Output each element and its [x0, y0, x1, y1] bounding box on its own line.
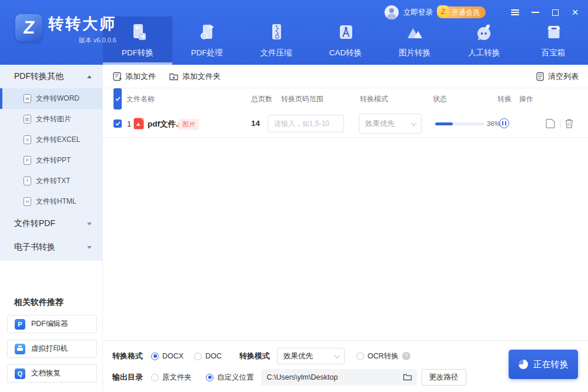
tab-label: PDF转换	[122, 48, 153, 58]
add-file-label: 添加文件	[125, 71, 156, 82]
footer-options: 转换格式 DOCX DOC 转换模式 效果优先 OCR转换	[103, 340, 588, 392]
avatar[interactable]	[385, 5, 399, 19]
output-path-field[interactable]: C:\Users\ylm\Desktop	[261, 369, 417, 386]
change-path-button[interactable]: 更改路径	[422, 369, 466, 386]
recommend-virtual-printer[interactable]: 虚拟打印机	[7, 340, 97, 358]
app-logo-icon: Z	[15, 14, 42, 41]
output-path-value: C:\Users\ylm\Desktop	[267, 373, 338, 381]
radio-custom-location[interactable]: 自定义位置	[206, 373, 254, 383]
tab-cad-convert[interactable]: CAD转换	[311, 0, 380, 65]
radio-source-folder[interactable]: 原文件夹	[151, 373, 192, 383]
progress-bar	[435, 122, 484, 125]
ocr-help-icon[interactable]: ?	[402, 352, 410, 360]
pause-icon[interactable]	[499, 118, 509, 128]
manual-convert-icon	[474, 23, 494, 43]
sidebar-item-label: 文件转EXCEL	[36, 135, 80, 145]
minimize-icon[interactable]	[530, 8, 540, 17]
sidebar-item-label: 文件转TXT	[36, 176, 71, 186]
pdf-process-icon	[197, 23, 217, 43]
recommend-app-label: 文档恢复	[31, 368, 61, 378]
sidebar-item-to-html[interactable]: H 文件转HTML	[0, 191, 102, 212]
expand-arrow-icon	[87, 246, 92, 249]
page-range-input[interactable]	[268, 115, 344, 132]
sidebar: PDF转换其他 W 文件转WORD 图 文件转图片 X 文件转EXCEL P 文…	[0, 65, 103, 392]
clear-list-label: 清空列表	[548, 71, 579, 82]
sidebar-item-to-image[interactable]: 图 文件转图片	[0, 109, 102, 129]
sidebar-group-pdf-convert-other[interactable]: PDF转换其他	[0, 65, 102, 88]
mode-label: 转换模式	[239, 351, 270, 361]
tab-file-compress[interactable]: 文件压缩	[242, 0, 311, 65]
recommend-doc-recovery[interactable]: Q 文档恢复	[7, 364, 97, 383]
sidebar-item-to-excel[interactable]: X 文件转EXCEL	[0, 129, 102, 150]
tab-pdf-process[interactable]: PDF处理	[172, 0, 242, 65]
chevron-down-icon	[334, 353, 340, 358]
row-checkbox[interactable]	[113, 119, 122, 128]
total-pages-value: 14	[251, 119, 260, 128]
col-status: 状态	[433, 88, 447, 109]
add-folder-icon	[169, 72, 179, 81]
convert-button[interactable]: 正在转换	[509, 350, 578, 379]
add-file-button[interactable]: 添加文件	[112, 65, 156, 88]
maximize-icon[interactable]	[550, 8, 560, 17]
radio-dot	[151, 374, 159, 381]
close-icon[interactable]: ×	[570, 8, 580, 17]
pdf-convert-icon	[128, 23, 148, 43]
source-folder-label: 原文件夹	[162, 373, 192, 383]
sidebar-item-to-txt[interactable]: T 文件转TXT	[0, 171, 102, 191]
toolbox-icon	[543, 23, 563, 43]
col-page-range: 转换页码范围	[281, 88, 323, 109]
sidebar-group-to-pdf[interactable]: 文件转PDF	[0, 212, 102, 235]
radio-docx[interactable]: DOCX	[151, 352, 183, 360]
window-controls: ×	[500, 8, 580, 17]
add-file-icon	[112, 72, 122, 81]
txt-doc-icon: T	[24, 177, 31, 185]
image-convert-icon	[405, 23, 425, 43]
group-label: 文件转PDF	[14, 218, 55, 229]
open-file-icon[interactable]	[546, 118, 556, 131]
col-convert-mode: 转换模式	[360, 88, 388, 109]
radio-doc[interactable]: DOC	[194, 352, 222, 360]
sidebar-item-label: 文件转PPT	[36, 155, 71, 165]
footer-mode-value: 效果优先	[283, 351, 313, 361]
radio-dot	[151, 353, 159, 360]
ocr-label: OCR转换	[368, 351, 399, 361]
login-link[interactable]: 立即登录	[403, 8, 433, 18]
add-folder-button[interactable]: 添加文件夹	[169, 65, 220, 88]
doc-recovery-icon: Q	[15, 368, 25, 379]
radio-docx-label: DOCX	[162, 352, 183, 360]
sidebar-item-to-ppt[interactable]: P 文件转PPT	[0, 150, 102, 171]
recommend-app-label: PDF编辑器	[31, 319, 68, 329]
folder-icon[interactable]	[403, 373, 412, 381]
footer-mode-select[interactable]: 效果优先	[277, 348, 345, 364]
virtual-printer-icon	[15, 344, 25, 354]
action-divider	[560, 119, 561, 128]
select-all-checkbox[interactable]	[113, 88, 122, 109]
recommend-app-label: 虚拟打印机	[31, 344, 68, 354]
cad-convert-icon	[336, 23, 356, 43]
table-row: 1 pdf文件.pdf 图片 14 效果优先 36%	[103, 109, 588, 138]
delete-icon[interactable]	[564, 118, 574, 131]
vip-button[interactable]: Z 开通会员	[439, 6, 486, 18]
recommend-pdf-editor[interactable]: P PDF编辑器	[7, 315, 97, 333]
list-toolbar: 添加文件 添加文件夹 清空列表	[103, 65, 588, 88]
output-label: 输出目录	[112, 372, 143, 383]
radio-ocr[interactable]: OCR转换	[356, 351, 399, 361]
clear-list-button[interactable]: 清空列表	[536, 65, 579, 88]
row-mode-select[interactable]: 效果优先	[359, 114, 422, 134]
file-tag-badge: 图片	[179, 119, 199, 130]
recommend-title: 相关软件推荐	[14, 297, 102, 308]
main-panel: 添加文件 添加文件夹 清空列表 文件名称 总页数 转换页码范围 转换模式 状态 …	[103, 65, 588, 392]
tab-label: 图片转换	[399, 48, 430, 58]
table-header: 文件名称 总页数 转换页码范围 转换模式 状态 转换 操作	[103, 88, 588, 109]
add-folder-label: 添加文件夹	[182, 71, 220, 82]
expand-arrow-icon	[87, 222, 92, 225]
format-row: 转换格式 DOCX DOC 转换模式 效果优先 OCR转换	[112, 348, 410, 364]
tab-label: 文件压缩	[260, 48, 292, 58]
format-label: 转换格式	[112, 351, 143, 361]
menu-icon[interactable]	[510, 8, 520, 17]
tab-label: 百宝箱	[542, 48, 566, 58]
col-file-name: 文件名称	[126, 88, 155, 109]
sidebar-group-ebook-convert[interactable]: 电子书转换	[0, 235, 102, 259]
sidebar-item-to-word[interactable]: W 文件转WORD	[0, 88, 102, 109]
app-version: 版本 v6.0.0.6	[48, 36, 116, 45]
